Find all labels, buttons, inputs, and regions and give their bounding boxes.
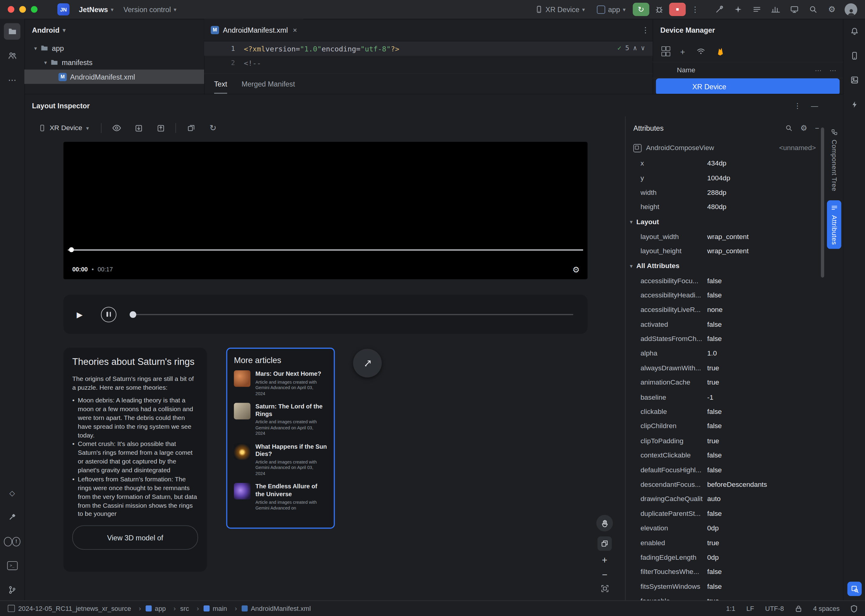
breadcrumb-item[interactable]: main › [203,605,237,612]
play-icon[interactable]: ▶ [77,310,83,319]
all-attributes-section-header[interactable]: ▾ All Attributes [625,258,826,273]
settings-gear-icon[interactable]: ⚙ [800,124,807,132]
attribute-row[interactable]: fitsSystemWindowsfalse [625,579,826,594]
audio-seek-thumb[interactable] [130,311,137,318]
zoom-window-button[interactable] [31,6,38,13]
readonly-lock-icon[interactable] [795,605,802,612]
next-problem-icon[interactable]: ∨ [641,44,645,52]
panel-options-icon[interactable]: ⋮ [794,101,801,110]
group-devices-icon[interactable] [661,46,669,56]
file-encoding[interactable]: UTF-8 [765,605,784,612]
prev-problem-icon[interactable]: ∧ [633,44,637,52]
pause-button[interactable] [101,306,116,322]
attribute-row[interactable]: clipChildrenfalse [625,419,826,434]
hide-panel-icon[interactable]: − [815,124,819,132]
layout-mode-icon[interactable] [184,121,198,135]
attribute-row[interactable]: clickablefalse [625,404,826,419]
zoom-to-fit-icon[interactable] [600,585,609,593]
attribute-row[interactable]: layout_widthwrap_content [625,229,826,244]
article-list-item[interactable]: Saturn: The Lord of the Rings Article an… [234,403,327,437]
close-tab-icon[interactable]: × [293,26,297,34]
snapshot-import-icon[interactable] [153,121,168,135]
attribute-row[interactable]: animationCachetrue [625,375,826,390]
resource-manager-tool-button[interactable] [846,72,863,88]
more-articles-card-selected[interactable]: More articles Mars: Our Next Home? Artic… [226,347,335,528]
notifications-tool-button[interactable] [846,23,863,40]
pair-wifi-icon[interactable] [696,47,705,55]
zoom-in-icon[interactable]: + [602,556,607,565]
logcat-icon[interactable] [751,3,763,16]
tree-row-androidmanifest[interactable]: M AndroidManifest.xml [24,69,204,84]
audio-player-component[interactable]: ▶ [63,295,588,334]
view-3d-model-button[interactable]: View 3D model of [72,526,198,550]
device-table-header[interactable]: Name ⋯⋯ [653,62,843,79]
attribute-row[interactable]: addStatesFromCh...false [625,332,826,346]
selected-component-row[interactable]: AndroidComposeView <unnamed> [625,140,826,156]
device-mirror-icon[interactable] [788,3,800,16]
inspections-shield-icon[interactable] [851,605,857,612]
video-progress-bar[interactable] [68,249,583,250]
gemini-toolbar-icon[interactable] [732,3,744,16]
saturn-theories-card[interactable]: Theories about Saturn's rings The origin… [63,347,207,572]
terminal-tool-button[interactable]: >_ [4,557,20,574]
attribute-row[interactable]: elevation0dp [625,521,826,536]
build-tool-button[interactable] [4,509,20,526]
toggle-overlay-eye-icon[interactable] [109,121,123,135]
attribute-row[interactable]: duplicateParentSt...false [625,506,826,521]
device-selector[interactable]: XR Device ▾ [530,2,590,16]
attribute-row[interactable]: alpha1.0 [625,346,826,361]
problems-tool-button[interactable]: ! [4,533,20,550]
column-options-icon[interactable]: ⋯ [829,66,836,74]
attribute-row[interactable]: filterTouchesWhe...false [625,564,826,579]
attribute-row[interactable]: accessibilityFocu...false [625,273,826,288]
tab-merged-manifest[interactable]: Merged Manifest [242,74,295,94]
tab-text[interactable]: Text [214,74,227,94]
project-tool-button[interactable] [4,23,20,40]
expand-chevron-icon[interactable]: ▾ [34,45,37,51]
search-icon[interactable] [785,124,793,132]
video-progress-thumb[interactable] [69,247,74,252]
project-menu[interactable]: JetNews ▾ [74,2,118,16]
sdk-manager-icon[interactable] [713,3,725,16]
attribute-row[interactable]: accessibilityHeadi...false [625,288,826,303]
editor-tab-options-icon[interactable]: ⋮ [638,25,652,34]
run-button[interactable]: ↻ [633,3,649,16]
more-tool-windows-icon[interactable]: ⋯ [4,72,20,88]
version-control-tool-button[interactable] [4,581,20,598]
attribute-row[interactable]: height480dp [625,200,826,215]
user-avatar[interactable] [845,3,857,16]
project-view-selector[interactable]: Android ▾ [24,19,204,41]
attribute-row[interactable]: drawingCacheQualitauto [625,492,826,506]
inspection-widget[interactable]: ✓ 5 ∧ ∨ [617,44,645,52]
breadcrumb-item[interactable]: AndroidManifest.xml [241,605,319,612]
3d-layers-icon[interactable] [597,536,612,551]
article-list-item[interactable]: Mars: Our Next Home? Article and images … [234,370,327,397]
attribute-row[interactable]: clipToPaddingtrue [625,434,826,448]
caret-position[interactable]: 1:1 [726,605,735,612]
expand-fab[interactable] [353,349,382,377]
zoom-out-icon[interactable]: − [602,570,607,579]
indentation-setting[interactable]: 4 spaces [813,605,840,612]
breadcrumb-item[interactable]: app › [146,605,176,612]
device-manager-tool-button[interactable] [846,47,863,64]
attribute-row[interactable]: activatedfalse [625,317,826,332]
attribute-row[interactable]: accessibilityLiveR...none [625,303,826,317]
editor-tab-androidmanifest[interactable]: M AndroidManifest.xml × [204,19,304,41]
attribute-row[interactable]: descendantFocus...beforeDescendants [625,477,826,492]
attribute-row[interactable]: fadingEdgeLength0dp [625,550,826,564]
attribute-row[interactable]: focusabletrue [625,594,826,600]
more-actions-icon[interactable]: ⋮ [688,5,702,14]
pull-requests-tool-button[interactable] [4,47,20,64]
video-settings-gear-icon[interactable]: ⚙ [572,265,580,275]
article-list-item[interactable]: What Happens if the Sun Dies? Article an… [234,443,327,477]
breadcrumb-item[interactable]: 2024-12-05_RC11_jetnews_xr_source › [8,605,141,612]
stop-button[interactable]: ■ [669,3,686,16]
attribute-row[interactable]: alwaysDrawnWith...true [625,361,826,375]
attribute-row[interactable]: defaultFocusHighl...false [625,463,826,477]
inspector-device-selector[interactable]: XR Device ▾ [34,122,93,134]
attribute-row[interactable]: layout_heightwrap_content [625,244,826,258]
layout-inspector-tool-button[interactable] [848,581,862,596]
tree-row-app[interactable]: ▾ app [24,41,204,55]
minimize-window-button[interactable] [19,6,26,13]
attribute-row[interactable]: y1004dp [625,171,826,185]
